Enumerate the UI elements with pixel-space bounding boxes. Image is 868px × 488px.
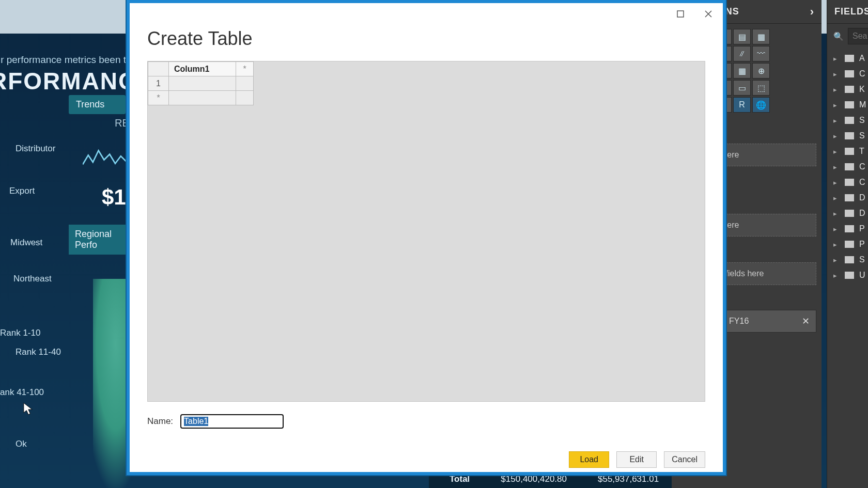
fields-search: 🔍	[827, 24, 868, 51]
entry-table: Column1 * 1 *	[148, 61, 254, 105]
cancel-button[interactable]: Cancel	[664, 451, 705, 468]
field-table-item[interactable]: ▸P	[827, 237, 868, 252]
table-icon	[845, 225, 854, 232]
fields-pane: FIELDS 🔍 ▸A▸C▸K▸M▸S▸S▸T▸C▸C▸D▸D▸P▸P▸S▸U	[827, 0, 868, 488]
table-icon	[845, 101, 854, 108]
viz-treemap-icon[interactable]: ▦	[733, 63, 751, 78]
cell-r1-c1[interactable]	[169, 76, 236, 91]
legend-rank-1-10: Rank 1-10	[0, 328, 40, 338]
field-table-item[interactable]: ▸C	[827, 66, 868, 82]
field-label: D	[859, 193, 865, 202]
viz-kpi-icon[interactable]: ⬚	[752, 80, 770, 96]
field-label: K	[859, 85, 865, 94]
dialog-button-row: Load Edit Cancel	[130, 429, 723, 468]
chevron-right-icon: ▸	[833, 241, 840, 248]
field-table-item[interactable]: ▸C	[827, 159, 868, 175]
maximize-icon	[677, 10, 684, 18]
viz-100-column-icon[interactable]: ▦	[752, 29, 770, 44]
load-button[interactable]: Load	[569, 451, 609, 468]
chevron-right-icon: ▸	[833, 179, 840, 186]
viz-r-script-icon[interactable]: R	[733, 97, 751, 113]
table-icon	[845, 194, 854, 201]
field-table-item[interactable]: ▸M	[827, 97, 868, 113]
chevron-right-icon: ▸	[833, 272, 840, 279]
field-label: S	[859, 116, 865, 125]
close-icon[interactable]: ✕	[802, 316, 810, 327]
chevron-right-icon: ▸	[833, 163, 840, 171]
viz-ribbon-icon[interactable]: 〰	[752, 46, 770, 61]
viz-card-icon[interactable]: ▭	[733, 80, 751, 96]
search-icon: 🔍	[833, 32, 844, 41]
viz-stacked-column-icon[interactable]: ▤	[733, 29, 751, 44]
field-label: P	[859, 224, 865, 233]
chevron-right-icon[interactable]: ›	[810, 5, 814, 19]
field-table-item[interactable]: ▸S	[827, 113, 868, 128]
table-icon	[845, 55, 854, 62]
fields-list: ▸A▸C▸K▸M▸S▸S▸T▸C▸C▸D▸D▸P▸P▸S▸U	[827, 51, 868, 283]
field-table-item[interactable]: ▸A	[827, 51, 868, 66]
legend-rank-41-100: ank 41-100	[0, 387, 44, 398]
fields-title: FIELDS	[834, 6, 868, 17]
viz-map-icon[interactable]: ⊕	[752, 63, 770, 78]
field-table-item[interactable]: ▸P	[827, 221, 868, 237]
cursor-icon	[23, 402, 33, 416]
field-table-item[interactable]: ▸D	[827, 206, 868, 221]
legend-distributor: Distributor	[16, 144, 55, 154]
field-table-item[interactable]: ▸C	[827, 175, 868, 190]
chevron-right-icon: ▸	[833, 55, 840, 62]
fields-search-input[interactable]	[848, 28, 868, 44]
edit-button[interactable]: Edit	[616, 451, 657, 468]
column-header-1[interactable]: Column1	[169, 62, 236, 76]
svg-rect-1	[677, 11, 684, 17]
field-label: M	[859, 100, 866, 109]
tile-trends[interactable]: Trends	[69, 95, 126, 114]
chevron-right-icon: ▸	[833, 210, 840, 217]
table-icon	[845, 272, 854, 279]
table-icon	[845, 70, 854, 77]
legend-ok: Ok	[16, 439, 27, 449]
field-table-item[interactable]: ▸S	[827, 252, 868, 267]
table-name-input[interactable]	[180, 414, 284, 429]
close-button[interactable]	[697, 4, 720, 24]
field-label: U	[859, 271, 865, 280]
name-label: Name:	[147, 416, 173, 427]
sparkline-icon	[83, 145, 129, 170]
tile-regional-performance[interactable]: Regional Perfo	[69, 225, 131, 255]
table-icon	[845, 163, 854, 170]
field-table-item[interactable]: ▸D	[827, 190, 868, 206]
legend-northeast: Northeast	[13, 274, 52, 284]
viz-combo-icon[interactable]: ⫽	[733, 46, 751, 61]
chevron-right-icon: ▸	[833, 101, 840, 109]
field-label: P	[859, 240, 865, 249]
name-row: Name:	[130, 402, 723, 429]
table-icon	[845, 256, 854, 263]
cell-r1-addcol[interactable]	[236, 76, 254, 91]
field-table-item[interactable]: ▸K	[827, 82, 868, 97]
cell-addrow-c1[interactable]	[169, 91, 236, 105]
add-row-button[interactable]: *	[148, 91, 169, 105]
row-number-1[interactable]: 1	[148, 76, 169, 91]
field-table-item[interactable]: ▸S	[827, 128, 868, 144]
table-entry-grid[interactable]: Column1 * 1 *	[147, 61, 705, 402]
cell-addrow-addcol[interactable]	[236, 91, 254, 105]
chevron-right-icon: ▸	[833, 117, 840, 124]
viz-globe-icon[interactable]: 🌐	[752, 97, 770, 113]
field-label: T	[859, 147, 864, 156]
total-val-1: $150,400,420.80	[501, 474, 567, 484]
field-table-item[interactable]: ▸T	[827, 144, 868, 159]
total-label: Total	[450, 474, 470, 484]
chevron-right-icon: ▸	[833, 86, 840, 93]
chevron-right-icon: ▸	[833, 132, 840, 140]
create-table-dialog: Create Table Column1 * 1 * Name: Load	[127, 0, 726, 475]
fields-header[interactable]: FIELDS	[827, 0, 868, 24]
maximize-button[interactable]	[669, 4, 692, 24]
chevron-right-icon: ▸	[833, 148, 840, 155]
chevron-right-icon: ▸	[833, 70, 840, 78]
corner-cell[interactable]	[148, 62, 169, 76]
dialog-title: Create Table	[130, 25, 723, 61]
table-icon	[845, 148, 854, 155]
field-table-item[interactable]: ▸U	[827, 267, 868, 283]
legend-export: Export	[9, 186, 35, 196]
add-column-button[interactable]: *	[236, 62, 254, 76]
chevron-right-icon: ▸	[833, 225, 840, 233]
